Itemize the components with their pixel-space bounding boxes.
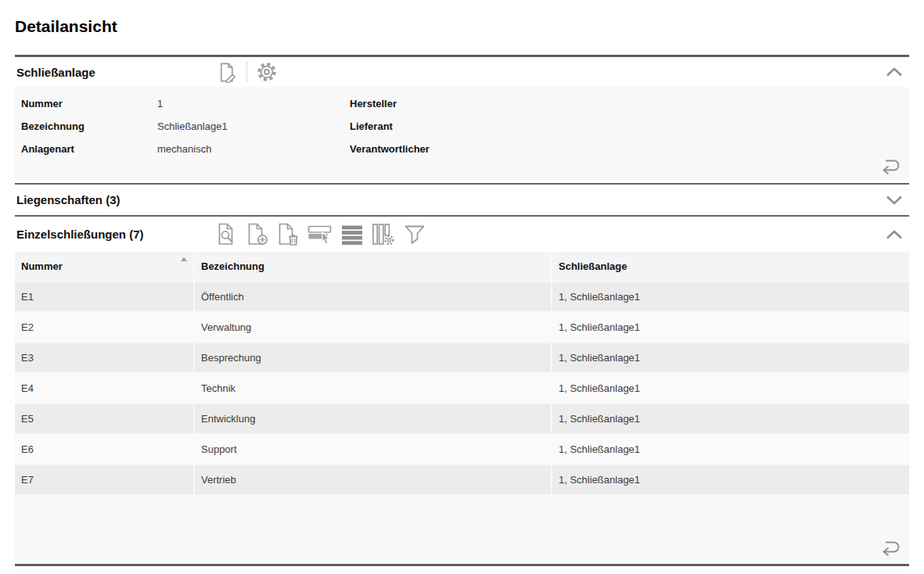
field-label: Hersteller [343,98,578,109]
table-header-row: Nummer Bezeichnung Schließanlage [15,252,909,281]
cell-bezeichnung[interactable]: Verwaltung [195,313,551,342]
cell-nummer[interactable]: E5 [15,404,193,433]
field-label: Anlagenart [15,143,157,155]
section-header-liegenschaften: Liegenschaften (3) [15,185,909,215]
cell-nummer[interactable]: E6 [15,435,193,464]
table-row[interactable]: E3 Besprechung 1, Schließanlage1 [15,343,909,372]
chevron-down-icon [886,195,903,206]
cell-schliessanlage[interactable]: 1, Schließanlage1 [552,313,909,342]
cell-schliessanlage[interactable]: 1, Schließanlage1 [552,374,909,403]
cell-bezeichnung[interactable]: Öffentlich [195,282,551,311]
select-row-button[interactable] [307,224,333,246]
cell-schliessanlage[interactable]: 1, Schließanlage1 [552,404,909,433]
cell-schliessanlage[interactable]: 1, Schließanlage1 [552,282,909,311]
column-settings-button[interactable] [372,224,395,246]
divider [15,564,909,566]
filter-icon [404,224,426,245]
cell-bezeichnung[interactable]: Entwicklung [195,404,551,433]
field-label: Verantwortlicher [343,143,578,155]
chevron-up-icon [886,66,903,77]
settings-button[interactable] [256,61,278,83]
table-body: E1 Öffentlich 1, Schließanlage1 E2 Verwa… [15,282,909,494]
table-row[interactable]: E6 Support 1, Schließanlage1 [15,435,909,464]
field-value: 1 [157,98,343,109]
cell-nummer[interactable]: E4 [15,374,193,403]
return-button[interactable] [876,154,903,177]
cell-bezeichnung[interactable]: Support [195,435,551,464]
cell-nummer[interactable]: E3 [15,343,193,372]
cell-schliessanlage[interactable]: 1, Schließanlage1 [552,465,909,494]
toolbar-divider [246,62,247,82]
field-value: mechanisch [157,143,343,155]
delete-record-button[interactable] [277,224,299,246]
cell-nummer[interactable]: E7 [15,465,193,494]
field-label: Bezeichnung [15,120,157,132]
edit-button[interactable] [216,61,238,83]
delete-document-icon [278,223,299,246]
field-label: Lieferant [343,120,578,132]
column-header-schliessanlage[interactable]: Schließanlage [552,252,909,281]
add-document-icon [247,223,268,246]
table-row[interactable]: E1 Öffentlich 1, Schließanlage1 [15,282,909,311]
filter-button[interactable] [404,224,426,246]
sort-ascending-icon [181,257,187,261]
collapse-section-button[interactable] [886,66,909,77]
settings-gear-icon [256,61,278,83]
table-row[interactable]: E2 Verwaltung 1, Schließanlage1 [15,313,909,342]
cell-schliessanlage[interactable]: 1, Schließanlage1 [552,343,909,372]
einzelschliessungen-table: Nummer Bezeichnung Schließanlage E1 Öffe… [15,252,909,561]
return-arrow-icon [878,537,901,557]
table-row[interactable]: E7 Vertrieb 1, Schließanlage1 [15,465,909,494]
section-header-schliessanlage: Schließanlage [15,57,909,87]
return-button[interactable] [876,536,903,558]
schliessanlage-toolbar [216,61,278,83]
rows-button[interactable] [341,224,363,246]
rows-icon [341,224,363,246]
field-value: Schließanlage1 [157,120,343,132]
section-title: Schließanlage [15,66,95,79]
einzelschliessungen-toolbar [216,224,426,246]
column-header-bezeichnung[interactable]: Bezeichnung [195,252,551,281]
edit-document-icon [217,62,238,83]
section-title: Liegenschaften (3) [15,193,120,206]
cell-schliessanlage[interactable]: 1, Schließanlage1 [552,435,909,464]
cell-nummer[interactable]: E2 [15,313,193,342]
column-header-nummer[interactable]: Nummer [15,252,193,281]
cell-bezeichnung[interactable]: Vertrieb [195,465,551,494]
expand-section-button[interactable] [886,195,909,206]
field-grid: Nummer 1 Hersteller Bezeichnung Schließa… [15,92,909,160]
detail-view-page: Detailansicht Schließanlage [0,0,924,566]
chevron-up-icon [886,229,903,240]
field-label: Nummer [15,98,157,109]
add-record-button[interactable] [246,224,268,246]
page-title: Detailansicht [15,0,909,38]
table-row[interactable]: E4 Technik 1, Schließanlage1 [15,374,909,403]
view-record-button[interactable] [216,224,238,246]
table-footer [15,496,909,561]
column-settings-icon [372,223,395,246]
schliessanlage-details: Nummer 1 Hersteller Bezeichnung Schließa… [15,87,909,180]
cell-nummer[interactable]: E1 [15,282,193,311]
return-arrow-icon [878,156,901,175]
view-document-icon [217,223,237,246]
section-title: Einzelschließungen (7) [15,228,144,241]
cell-bezeichnung[interactable]: Technik [195,374,551,403]
select-row-icon [307,224,333,246]
table-row[interactable]: E5 Entwicklung 1, Schließanlage1 [15,404,909,433]
cell-bezeichnung[interactable]: Besprechung [195,343,551,372]
section-header-einzelschliessungen: Einzelschließungen (7) [15,217,909,252]
collapse-section-button[interactable] [886,229,909,240]
